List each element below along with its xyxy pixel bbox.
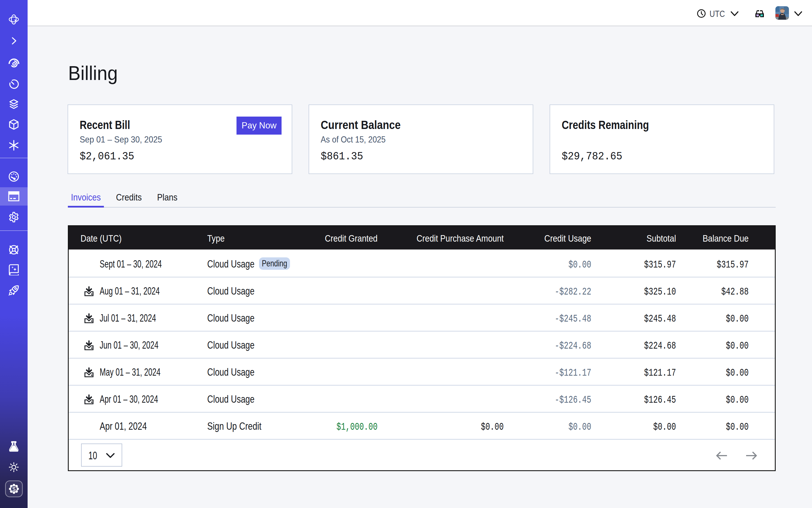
svg-text:$: $ (12, 485, 15, 493)
